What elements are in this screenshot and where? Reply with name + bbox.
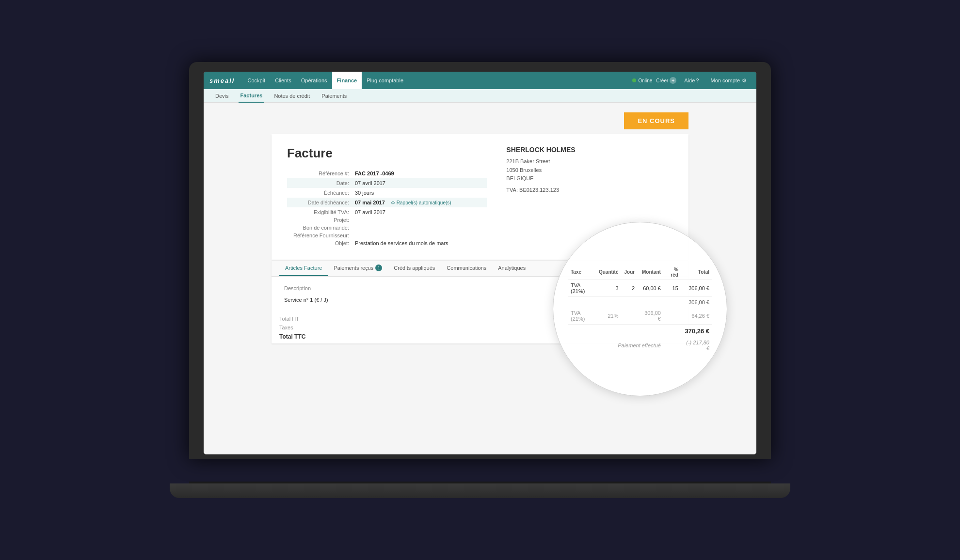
plus-icon: + [670,77,676,84]
subtotal-empty3 [622,296,638,308]
col-montant-header: Montant [638,265,664,280]
grand-total-row: 370,26 € [568,324,712,337]
date-echeance-label: Date d'échéance: [287,200,355,205]
payment-label: Paiement effectué [568,337,664,354]
summary-red: 15 [664,280,681,296]
tab-communications[interactable]: Communications [441,261,492,276]
echeance-row: Échéance: 30 jours [287,190,487,196]
grand-total-empty2 [596,324,622,337]
payment-empty [664,337,681,354]
laptop-screen: smeall Cockpit Clients Opérations Financ… [204,72,756,454]
nav-right: Online Créer + Aide ? Mon compte ⚙ [632,72,751,89]
payment-row: Paiement effectué (-) 217,80 € [568,337,712,354]
laptop-bezel: smeall Cockpit Clients Opérations Financ… [189,62,771,459]
reference-label: Référence #: [287,171,355,176]
echeance-label: Échéance: [287,190,355,196]
date-row: Date: 07 avril 2017 [287,178,487,188]
date-echeance-row: Date d'échéance: 07 mai 2017 ⚙ Rappel(s)… [287,198,487,207]
invoice-form: Facture Référence #: FAC 2017 -0469 Date… [287,146,487,248]
aide-button[interactable]: Aide ? [680,72,703,89]
top-nav: smeall Cockpit Clients Opérations Financ… [204,72,756,89]
nav-cockpit[interactable]: Cockpit [242,72,270,89]
reference-row: Référence #: FAC 2017 -0469 [287,171,487,176]
exigibilite-row: Exigibilité TVA: 07 avril 2017 [287,209,487,215]
client-address: 221B Baker Street 1050 Bruxelles BELGIQU… [506,157,673,183]
grand-total-empty4 [638,324,664,337]
subtotal-empty4 [638,296,664,308]
client-tva: TVA: BE0123.123.123 [506,187,673,193]
exigibilite-value: 07 avril 2017 [355,209,385,215]
col-quantite-header: Quantité [596,265,622,280]
paiements-badge: 1 [375,264,382,271]
subtotal-row: 306,00 € [568,296,712,308]
nav-finance[interactable]: Finance [332,72,362,89]
grand-total-value: 370,26 € [681,324,712,337]
reminder-link[interactable]: ⚙ Rappel(s) automatique(s) [391,200,451,205]
date-label: Date: [287,180,355,186]
summary-circle: Taxe Quantité Jour Montant % réd Total [553,222,727,396]
objet-row: Objet: Prestation de services du mois de… [287,240,487,246]
col-empty1 [507,283,541,293]
online-status: Online [632,78,652,83]
online-dot [632,78,636,82]
sub-nav: Devis Factures Notes de crédit Paiements [204,89,756,103]
subnav-notes-credit[interactable]: Notes de crédit [272,89,312,103]
col-description: Description [280,283,506,293]
tax-empty [622,308,638,325]
tab-articles[interactable]: Articles Facture [279,261,328,276]
projet-row: Projet: [287,217,487,223]
reference-value: FAC 2017 -0469 [355,171,394,176]
summary-jour: 2 [622,280,638,296]
summary-quantite: 3 [596,280,622,296]
col-jour-header: Jour [622,265,638,280]
ref-fournisseur-row: Référence Fournisseur: [287,233,487,238]
nav-clients[interactable]: Clients [270,72,296,89]
col-red-header: % réd [664,265,681,280]
summary-taxe: TVA (21%) [568,280,596,296]
grand-total-empty5 [664,324,681,337]
grand-total-empty1 [568,324,596,337]
echeance-value: 30 jours [355,190,374,196]
objet-value: Prestation de services du mois de mars [355,240,448,246]
status-badge: EN COURS [624,112,688,129]
date-echeance-value: 07 mai 2017 [355,200,385,205]
invoice-title: Facture [287,146,487,161]
payment-value: (-) 217,80 € [681,337,712,354]
ref-fournisseur-label: Référence Fournisseur: [287,233,355,238]
nav-plug-comptable[interactable]: Plug comptable [362,72,408,89]
subnav-paiements[interactable]: Paiements [320,89,349,103]
account-button[interactable]: Mon compte ⚙ [706,72,751,89]
summary-row-1: TVA (21%) 3 2 60,00 € 15 306,00 € [568,280,712,296]
summary-table: Taxe Quantité Jour Montant % réd Total [568,265,712,354]
projet-label: Projet: [287,217,355,223]
tab-paiements[interactable]: Paiements reçus 1 [328,261,388,276]
subtotal-empty2 [596,296,622,308]
bon-commande-row: Bon de commande: [287,225,487,231]
tax-rate: 21% [596,308,622,325]
col-taxe-header: Taxe [568,265,596,280]
subnav-factures[interactable]: Factures [239,89,265,103]
service-description: Service n° 1 (€ / J) [280,294,506,306]
tax-amount: 64,26 € [681,308,712,325]
subtotal-value: 306,00 € [681,296,712,308]
app-logo[interactable]: smeall [209,77,235,84]
create-button[interactable]: Créer + [656,77,676,84]
exigibilite-label: Exigibilité TVA: [287,209,355,215]
subtotal-empty1 [568,296,596,308]
invoice-header-row: EN COURS [272,112,688,129]
nav-operations[interactable]: Opérations [296,72,332,89]
tax-empty2 [664,308,681,325]
summary-montant: 60,00 € [638,280,664,296]
summary-total: 306,00 € [681,280,712,296]
tab-credits[interactable]: Crédits appliqués [388,261,441,276]
laptop-wrapper: smeall Cockpit Clients Opérations Financ… [189,62,771,498]
bon-commande-label: Bon de commande: [287,225,355,231]
screen-content: smeall Cockpit Clients Opérations Financ… [204,72,756,454]
objet-label: Objet: [287,240,355,246]
subnav-devis[interactable]: Devis [213,89,231,103]
tax-detail-row: TVA (21%) 21% 306,00 € 64,26 € [568,308,712,325]
client-name: SHERLOCK HOLMES [506,146,673,154]
tabs-section: Articles Facture Paiements reçus 1 Crédi… [272,261,688,343]
tab-analytiques[interactable]: Analytiques [492,261,531,276]
col-total-header: Total [681,265,712,280]
